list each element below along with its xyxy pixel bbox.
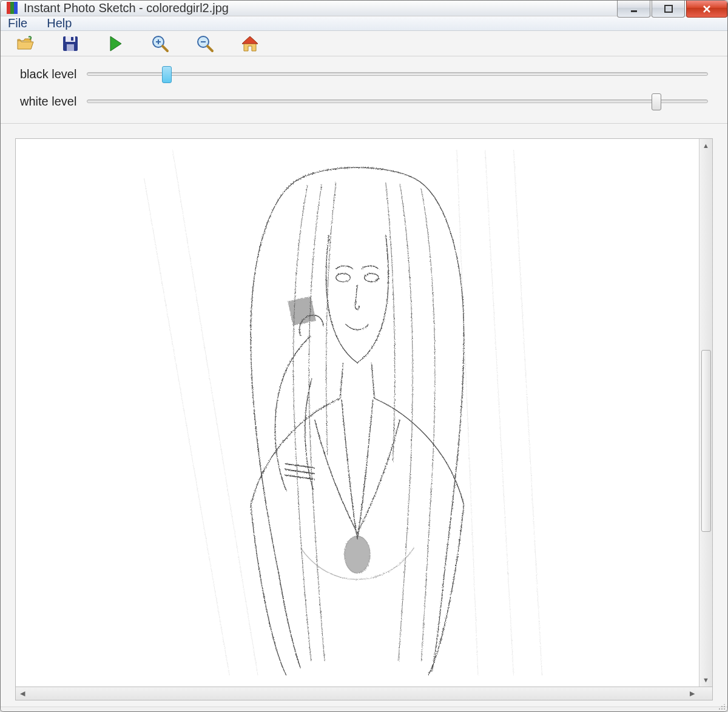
svg-point-15 <box>345 536 370 573</box>
svg-point-17 <box>724 708 725 710</box>
white-level-row: white level <box>20 95 708 109</box>
svg-line-9 <box>173 150 258 676</box>
close-button[interactable] <box>686 1 727 18</box>
canvas-container: ▲ ▼ <box>15 138 713 687</box>
svg-rect-0 <box>631 10 637 12</box>
zoom-out-icon <box>196 35 214 53</box>
black-level-label: black level <box>20 67 87 81</box>
sketch-image <box>135 150 579 676</box>
svg-line-10 <box>485 150 514 676</box>
menu-file[interactable]: File <box>8 16 27 30</box>
zoom-in-button[interactable] <box>150 33 170 54</box>
toolbar <box>1 31 727 56</box>
window-title: Instant Photo Sketch - coloredgirl2.jpg <box>24 1 229 15</box>
vertical-scrollbar[interactable]: ▲ ▼ <box>699 139 712 687</box>
svg-rect-5 <box>71 37 73 41</box>
titlebar[interactable]: Instant Photo Sketch - coloredgirl2.jpg <box>1 1 727 16</box>
svg-rect-3 <box>66 36 75 42</box>
minimize-button[interactable] <box>617 1 650 18</box>
maximize-icon <box>664 5 673 13</box>
resize-grip-icon[interactable] <box>717 704 726 710</box>
open-button[interactable] <box>15 33 36 54</box>
scroll-left-arrow[interactable]: ◀ <box>16 687 29 700</box>
menubar: File Help <box>1 16 727 31</box>
app-icon <box>7 2 19 14</box>
zoom-in-icon <box>151 35 169 53</box>
menu-help[interactable]: Help <box>47 16 72 30</box>
minimize-icon <box>630 5 638 13</box>
svg-rect-4 <box>67 44 74 51</box>
black-level-slider[interactable] <box>87 72 708 76</box>
close-icon <box>702 4 712 14</box>
svg-point-22 <box>724 704 725 705</box>
svg-point-18 <box>721 708 723 710</box>
run-button[interactable] <box>105 33 126 54</box>
play-icon <box>108 35 123 52</box>
canvas-area: ▲ ▼ ◀ ▶ <box>1 124 727 707</box>
scroll-down-arrow[interactable]: ▼ <box>699 673 712 687</box>
svg-line-12 <box>457 150 478 676</box>
svg-point-20 <box>724 706 725 707</box>
white-level-label: white level <box>20 95 87 109</box>
window-controls <box>616 1 727 18</box>
home-icon <box>241 35 259 52</box>
white-level-slider[interactable] <box>87 99 708 103</box>
slider-panel: black level white level <box>1 56 727 124</box>
maximize-button[interactable] <box>652 1 685 18</box>
zoom-out-button[interactable] <box>195 33 215 54</box>
scroll-right-arrow[interactable]: ▶ <box>686 687 699 700</box>
save-button[interactable] <box>60 33 81 54</box>
black-level-row: black level <box>20 67 708 81</box>
svg-rect-16 <box>288 297 315 325</box>
canvas-content[interactable] <box>16 139 699 687</box>
svg-point-19 <box>719 708 720 710</box>
vertical-scroll-thumb[interactable] <box>701 350 711 532</box>
scroll-up-arrow[interactable]: ▲ <box>699 139 712 152</box>
horizontal-scrollbar[interactable]: ◀ ▶ <box>15 687 713 700</box>
statusbar <box>1 707 727 711</box>
svg-point-14 <box>365 274 379 282</box>
svg-line-8 <box>144 178 230 676</box>
svg-point-13 <box>336 274 350 282</box>
open-icon <box>16 36 35 52</box>
svg-rect-1 <box>665 5 672 12</box>
black-level-thumb[interactable] <box>162 66 172 83</box>
svg-line-11 <box>514 150 542 676</box>
svg-point-21 <box>721 706 723 707</box>
app-window: Instant Photo Sketch - coloredgirl2.jpg … <box>0 0 728 712</box>
save-icon <box>62 35 79 52</box>
white-level-thumb[interactable] <box>652 93 661 110</box>
home-button[interactable] <box>240 33 260 54</box>
